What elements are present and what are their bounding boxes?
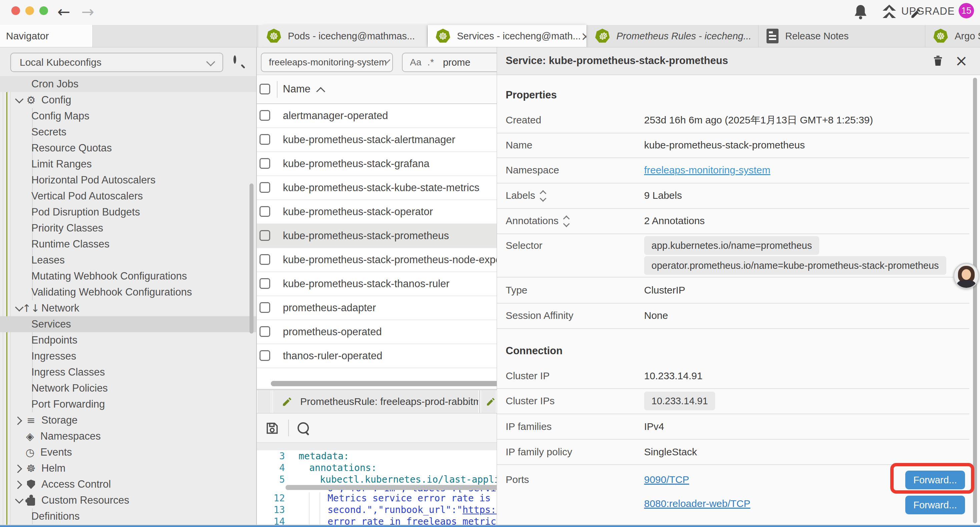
row-checkbox[interactable] xyxy=(259,158,270,169)
sidebar-item-runtime-classes[interactable]: Runtime Classes xyxy=(0,236,256,252)
sidebar-item-network[interactable]: ↑↓Network xyxy=(0,300,256,316)
sidebar-scrollbar[interactable] xyxy=(250,183,253,334)
row-checkbox[interactable] xyxy=(259,206,270,217)
property-label-selector: Selector xyxy=(506,239,542,252)
expand-toggle-icon[interactable] xyxy=(563,215,570,226)
row-checkbox[interactable] xyxy=(259,134,270,145)
row-checkbox[interactable] xyxy=(259,230,270,241)
close-window-button[interactable] xyxy=(11,6,20,15)
row-separator xyxy=(497,208,969,209)
sidebar-item-priority-classes[interactable]: Priority Classes xyxy=(0,220,256,236)
filter-input[interactable]: Aa .* prome xyxy=(402,53,497,72)
sidebar-item-cron-jobs[interactable]: Cron Jobs xyxy=(0,76,256,92)
tab-close-icon[interactable]: × xyxy=(581,29,586,43)
tab-prometheus-rules[interactable]: ☸ Prometheus Rules - icecheng... xyxy=(587,25,758,47)
namespace-select[interactable]: freeleaps-monitoring-system xyxy=(261,53,393,72)
table-row[interactable]: kube-prometheus-stack-alertmanager xyxy=(257,128,497,152)
row-checkbox[interactable] xyxy=(259,350,270,361)
sidebar-search-icon[interactable] xyxy=(234,57,236,63)
editor-search-icon[interactable] xyxy=(298,422,309,434)
gear-icon: ⚙ xyxy=(25,93,37,107)
tab-argo[interactable]: ☸ Argo Se xyxy=(925,25,980,47)
sidebar-item-validating-webhook-configurations[interactable]: Validating Webhook Configurations xyxy=(0,284,256,300)
sidebar-item-horizontal-pod-autoscalers[interactable]: Horizontal Pod Autoscalers xyxy=(0,172,256,188)
back-icon[interactable]: ← xyxy=(57,3,70,21)
table-row[interactable]: prometheus-adapter xyxy=(257,296,497,320)
table-row[interactable]: kube-prometheus-stack-operator xyxy=(257,200,497,224)
forward-button-8080[interactable]: Forward... xyxy=(905,496,965,514)
kubeconfig-select[interactable]: Local Kubeconfigs xyxy=(10,53,223,72)
sidebar-item-access-control[interactable]: Access Control xyxy=(0,476,256,492)
table-row[interactable]: kube-prometheus-stack-grafana xyxy=(257,152,497,176)
table-row-selected[interactable]: kube-prometheus-stack-prometheus xyxy=(257,224,497,248)
sidebar-item-resource-quotas[interactable]: Resource Quotas xyxy=(0,140,256,156)
sidebar-item-helm[interactable]: ☸Helm xyxy=(0,460,256,476)
close-icon[interactable]: × xyxy=(954,53,969,68)
editor-tab-next[interactable] xyxy=(480,390,497,413)
tab-navigator[interactable]: Navigator xyxy=(0,25,93,47)
yaml-editor[interactable]: 3metadata: 4annotations: 5kubectl.kubern… xyxy=(257,450,497,525)
property-value-ip-family-policy: SingleStack xyxy=(644,445,697,459)
detail-scrollbar[interactable] xyxy=(973,78,977,523)
sidebar-item-events[interactable]: ◷Events xyxy=(0,444,256,460)
table-row[interactable]: kube-prometheus-stack-thanos-ruler xyxy=(257,272,497,296)
editor-tab-prometheusrule[interactable]: PrometheusRule: freeleaps-prod-rabbitmq xyxy=(272,390,479,413)
table-horizontal-scrollbar[interactable] xyxy=(271,381,497,386)
minimize-window-button[interactable] xyxy=(25,6,34,15)
chevron-down-icon xyxy=(206,57,215,66)
table-row[interactable]: kube-prometheus-stack-kube-state-metrics xyxy=(257,176,497,200)
row-checkbox[interactable] xyxy=(259,278,270,289)
row-checkbox[interactable] xyxy=(259,302,270,313)
sidebar-item-port-forwarding[interactable]: Port Forwarding xyxy=(0,396,256,412)
delete-icon[interactable] xyxy=(931,53,945,68)
tab-pods[interactable]: ☸ Pods - icecheng@mathmas... xyxy=(259,25,427,47)
sidebar-item-vertical-pod-autoscalers[interactable]: Vertical Pod Autoscalers xyxy=(0,188,256,204)
expand-toggle-icon[interactable] xyxy=(540,190,547,201)
sidebar-item-services[interactable]: Services xyxy=(0,316,256,332)
highlight-annotation-box xyxy=(890,463,974,494)
assistant-avatar[interactable] xyxy=(953,263,979,289)
forward-icon[interactable]: → xyxy=(81,3,94,21)
port-link-9090[interactable]: 9090/TCP xyxy=(644,474,689,485)
code-link[interactable]: https://net xyxy=(463,504,497,515)
table-row[interactable]: alertmanager-operated xyxy=(257,104,497,128)
sidebar-item-network-policies[interactable]: Network Policies xyxy=(0,380,256,396)
namespace-link[interactable]: freeleaps-monitoring-system xyxy=(644,164,770,176)
sidebar-item-mutating-webhook-configurations[interactable]: Mutating Webhook Configurations xyxy=(0,268,256,284)
port-link-8080[interactable]: 8080:reloader-web/TCP xyxy=(644,498,751,509)
row-checkbox[interactable] xyxy=(259,110,270,121)
sidebar-item-limit-ranges[interactable]: Limit Ranges xyxy=(0,156,256,172)
editor-horizontal-scrollbar[interactable] xyxy=(286,485,497,490)
table-row[interactable]: kube-prometheus-stack-prometheus-node-ex… xyxy=(257,248,497,272)
column-header-name[interactable]: Name xyxy=(283,83,310,95)
sidebar-item-storage[interactable]: ≡Storage xyxy=(0,412,256,428)
row-checkbox[interactable] xyxy=(259,254,270,265)
sidebar-item-namespaces[interactable]: ◈Namespaces xyxy=(0,428,256,444)
row-checkbox[interactable] xyxy=(259,326,270,337)
sidebar-item-secrets[interactable]: Secrets xyxy=(0,124,256,140)
maximize-window-button[interactable] xyxy=(39,6,48,15)
tab-release-notes[interactable]: Release Notes xyxy=(759,25,924,47)
table-row[interactable]: thanos-ruler-operated xyxy=(257,344,497,368)
edit-icon[interactable] xyxy=(908,6,923,21)
notifications-bell-icon[interactable] xyxy=(853,4,869,23)
match-case-toggle[interactable]: Aa xyxy=(410,57,421,68)
sidebar-item-pod-disruption-budgets[interactable]: Pod Disruption Budgets xyxy=(0,204,256,220)
table-row[interactable]: prometheus-operated xyxy=(257,320,497,344)
regex-toggle[interactable]: .* xyxy=(427,57,434,68)
sidebar-item-leases[interactable]: Leases xyxy=(0,252,256,268)
sidebar-item-ingress-classes[interactable]: Ingress Classes xyxy=(0,364,256,380)
row-checkbox[interactable] xyxy=(259,182,270,193)
notification-count-badge[interactable]: 15 xyxy=(959,3,974,18)
editor-tab-title: PrometheusRule: freeleaps-prod-rabbitmq xyxy=(300,396,479,407)
navigator-sidebar: Local Kubeconfigs Cron Jobs ⚙Config Conf… xyxy=(0,47,257,525)
save-icon[interactable] xyxy=(265,421,280,436)
sidebar-item-config[interactable]: ⚙Config xyxy=(0,92,256,108)
sidebar-item-definitions[interactable]: Definitions xyxy=(0,508,256,524)
tab-services[interactable]: ☸ Services - icecheng@math... × xyxy=(428,25,586,47)
select-all-checkbox[interactable] xyxy=(259,84,270,94)
sidebar-item-ingresses[interactable]: Ingresses xyxy=(0,348,256,364)
sidebar-item-endpoints[interactable]: Endpoints xyxy=(0,332,256,348)
sidebar-item-config-maps[interactable]: Config Maps xyxy=(0,108,256,124)
sidebar-item-custom-resources[interactable]: Custom Resources xyxy=(0,492,256,508)
